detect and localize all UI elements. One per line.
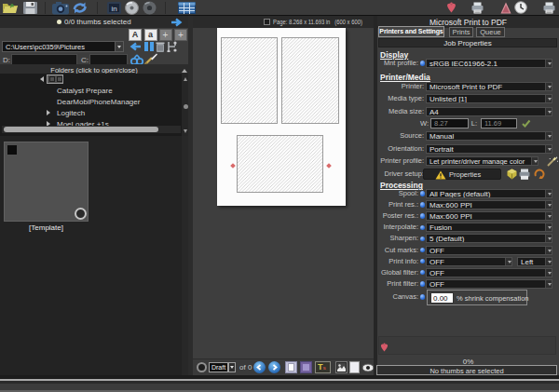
svg-text:in: in	[111, 5, 116, 13]
